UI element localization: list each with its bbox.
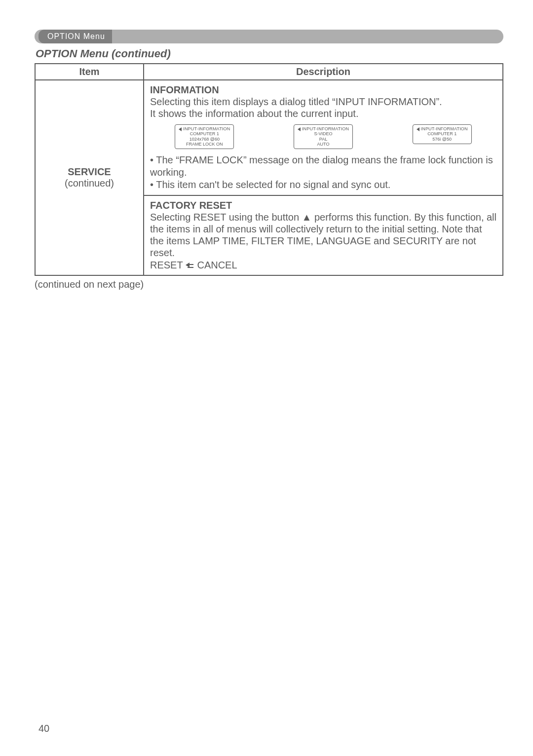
dialog-line: 1024x768 @60 bbox=[178, 137, 230, 142]
information-line1: Selecting this item displays a dialog ti… bbox=[150, 96, 496, 108]
option-table: Item Description SERVICE (continued) INF… bbox=[35, 63, 503, 276]
page: OPTION Menu OPTION Menu (continued) Item… bbox=[0, 0, 533, 756]
continued-note: (continued on next page) bbox=[35, 279, 503, 290]
item-sub: (continued) bbox=[39, 178, 139, 189]
dialog-title: INPUT-INFORMATION bbox=[302, 126, 349, 131]
dialog-line: AUTO bbox=[297, 142, 349, 147]
dialog-title: INPUT-INFORMATION bbox=[183, 126, 230, 131]
dialog-line: COMPUTER 1 bbox=[178, 131, 230, 136]
cancel-label: CANCEL bbox=[197, 260, 237, 270]
information-line2: It shows the information about the curre… bbox=[150, 108, 496, 119]
dialog-line: 576i @50 bbox=[416, 137, 468, 142]
dialog-line: COMPUTER 1 bbox=[416, 131, 468, 136]
dialog-line: S-VIDEO bbox=[297, 131, 349, 136]
double-arrow-icon bbox=[186, 262, 194, 269]
th-description: Description bbox=[144, 64, 503, 80]
information-heading: INFORMATION bbox=[150, 84, 496, 96]
factory-reset-body: Selecting RESET using the button ▲ perfo… bbox=[150, 211, 496, 259]
section-title: OPTION Menu (continued) bbox=[36, 47, 503, 60]
input-info-dialog-3: INPUT-INFORMATION COMPUTER 1 576i @50 bbox=[413, 124, 472, 144]
factory-reset-heading: FACTORY RESET bbox=[150, 200, 496, 211]
menu-bar: OPTION Menu bbox=[35, 30, 503, 43]
item-cell-service: SERVICE (continued) bbox=[35, 80, 144, 275]
item-name: SERVICE bbox=[39, 166, 139, 178]
input-info-dialog-2: INPUT-INFORMATION S-VIDEO PAL AUTO bbox=[294, 124, 353, 149]
dialog-line: PAL bbox=[297, 137, 349, 142]
input-information-dialogs: INPUT-INFORMATION COMPUTER 1 1024x768 @6… bbox=[150, 124, 496, 149]
description-cell: INFORMATION Selecting this item displays… bbox=[144, 80, 503, 275]
page-number: 40 bbox=[38, 723, 49, 734]
reset-label: RESET bbox=[150, 260, 183, 270]
information-block: INFORMATION Selecting this item displays… bbox=[144, 80, 502, 196]
bullet-1: • The “FRAME LOCK” message on the dialog… bbox=[150, 154, 496, 179]
reset-cancel-line: RESET CANCEL bbox=[150, 260, 496, 271]
menu-bar-tab: OPTION Menu bbox=[38, 30, 112, 43]
triangle-left-icon bbox=[417, 127, 419, 131]
table-row: SERVICE (continued) INFORMATION Selectin… bbox=[35, 80, 503, 275]
th-item: Item bbox=[35, 64, 144, 80]
triangle-left-icon bbox=[179, 127, 182, 131]
triangle-left-icon bbox=[298, 127, 301, 131]
dialog-line: FRAME LOCK ON bbox=[178, 142, 230, 147]
input-info-dialog-1: INPUT-INFORMATION COMPUTER 1 1024x768 @6… bbox=[175, 124, 234, 149]
dialog-title: INPUT-INFORMATION bbox=[421, 126, 468, 131]
bullet-2: • This item can't be selected for no sig… bbox=[150, 179, 496, 191]
information-bullets: • The “FRAME LOCK” message on the dialog… bbox=[150, 154, 496, 191]
factory-reset-block: FACTORY RESET Selecting RESET using the … bbox=[144, 196, 502, 275]
